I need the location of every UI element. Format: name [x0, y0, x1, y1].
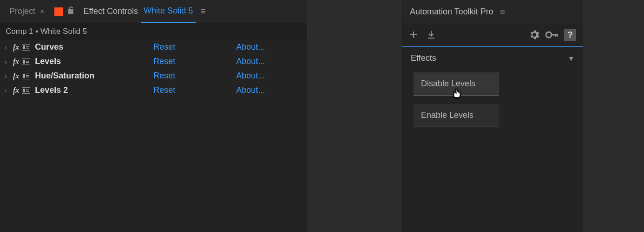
effect-reset-link[interactable]: Reset — [153, 57, 236, 66]
svg-rect-0 — [22, 44, 30, 51]
effect-reset-link[interactable]: Reset — [153, 42, 236, 52]
action-button-list: Disable Levels Enable Levels — [402, 70, 583, 138]
effect-name: Levels — [35, 57, 153, 66]
enable-levels-button[interactable]: Enable Levels — [414, 104, 499, 127]
panel-divider — [307, 0, 402, 232]
panel-title: Automation Toolkit Pro — [410, 7, 493, 17]
svg-rect-15 — [26, 91, 29, 92]
download-icon[interactable] — [427, 30, 436, 39]
svg-rect-9 — [23, 74, 25, 78]
svg-rect-4 — [22, 58, 30, 65]
disclosure-icon[interactable]: › — [5, 58, 10, 65]
panel-menu-icon[interactable]: ≡ — [500, 6, 506, 17]
effect-controls-panel: Project × Effect Controls White Solid 5 … — [0, 0, 307, 232]
tab-effect-controls-label: Effect Controls — [83, 6, 138, 16]
tab-project[interactable]: Project × — [4, 0, 50, 23]
panel-divider — [583, 0, 644, 232]
svg-rect-2 — [26, 46, 29, 47]
effect-about-link[interactable]: About... — [236, 42, 265, 52]
lock-icon[interactable] — [67, 6, 75, 17]
svg-rect-17 — [551, 34, 558, 36]
svg-rect-6 — [26, 61, 29, 62]
effect-reset-link[interactable]: Reset — [153, 71, 236, 81]
fx-icon[interactable]: fx — [13, 86, 19, 95]
section-header-effects[interactable]: Effects ▼ — [402, 47, 583, 70]
toolbar: ? — [402, 23, 583, 47]
effect-name: Curves — [35, 42, 153, 52]
fx-icon[interactable]: fx — [13, 58, 19, 66]
breadcrumb: Comp 1 • White Solid 5 — [0, 23, 307, 40]
fx-icon[interactable]: fx — [13, 72, 19, 80]
panel-menu-icon[interactable]: ≡ — [200, 6, 206, 17]
svg-rect-13 — [23, 89, 25, 92]
tab-effect-controls[interactable]: Effect Controls — [80, 0, 141, 23]
disable-levels-button[interactable]: Disable Levels — [414, 72, 499, 96]
effect-about-link[interactable]: About... — [236, 85, 265, 95]
color-swatch-icon[interactable] — [54, 7, 63, 16]
close-icon[interactable]: × — [40, 7, 44, 16]
chevron-down-icon: ▼ — [568, 55, 574, 62]
gear-icon[interactable] — [529, 29, 540, 40]
disclosure-icon[interactable]: › — [5, 87, 10, 94]
tab-project-label: Project — [9, 6, 35, 16]
effect-row[interactable]: › fx Hue/Saturation Reset About... — [0, 69, 307, 83]
effect-name: Hue/Saturation — [35, 71, 153, 81]
svg-rect-10 — [26, 75, 29, 76]
svg-rect-11 — [26, 77, 29, 77]
left-tab-bar: Project × Effect Controls White Solid 5 … — [0, 0, 307, 23]
effect-row[interactable]: › fx Levels 2 Reset About... — [0, 83, 307, 97]
effect-about-link[interactable]: About... — [236, 71, 265, 81]
svg-rect-12 — [22, 87, 30, 94]
svg-rect-18 — [555, 34, 556, 37]
disclosure-icon[interactable]: › — [5, 72, 10, 80]
disclosure-icon[interactable]: › — [5, 44, 10, 51]
add-icon[interactable] — [409, 30, 418, 39]
effect-row[interactable]: › fx Levels Reset About... — [0, 54, 307, 69]
effect-row[interactable]: › fx Curves Reset About... — [0, 40, 307, 54]
svg-rect-3 — [26, 48, 29, 49]
active-layer-tab[interactable]: White Solid 5 — [141, 0, 196, 23]
effect-preset-icon[interactable] — [22, 73, 30, 79]
svg-point-16 — [546, 32, 552, 38]
fx-icon[interactable]: fx — [13, 43, 19, 52]
effect-about-link[interactable]: About... — [236, 57, 265, 66]
key-icon[interactable] — [545, 31, 559, 39]
effect-list: › fx Curves Reset About... › fx Levels R… — [0, 40, 307, 97]
effect-preset-icon[interactable] — [22, 44, 30, 51]
effect-preset-icon[interactable] — [22, 87, 30, 94]
active-layer-label: White Solid 5 — [144, 6, 193, 16]
svg-rect-8 — [22, 73, 30, 79]
svg-rect-1 — [23, 45, 25, 49]
right-tab-bar: Automation Toolkit Pro ≡ — [402, 0, 583, 23]
help-icon[interactable]: ? — [564, 29, 576, 41]
section-title: Effects — [411, 53, 436, 63]
svg-rect-19 — [557, 34, 558, 37]
automation-toolkit-panel: Automation Toolkit Pro ≡ ? Effects ▼ Di — [402, 0, 583, 232]
effect-preset-icon[interactable] — [22, 58, 30, 65]
effect-name: Levels 2 — [35, 85, 153, 95]
svg-rect-14 — [26, 90, 29, 90]
svg-rect-5 — [23, 60, 25, 64]
effect-reset-link[interactable]: Reset — [153, 85, 236, 95]
svg-rect-7 — [26, 62, 29, 63]
